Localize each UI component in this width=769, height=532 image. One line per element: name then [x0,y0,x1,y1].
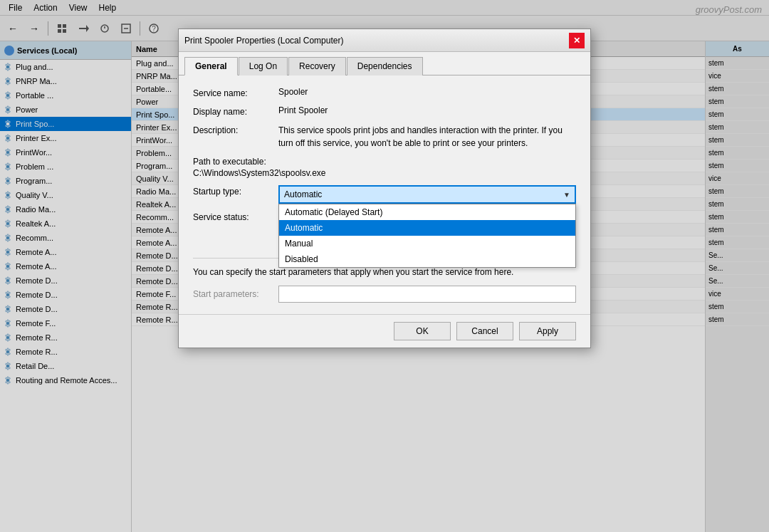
path-value: C:\Windows\System32\spoolsv.exe [193,168,576,178]
dialog-footer: OK Cancel Apply [179,314,590,348]
service-name-value: Spooler [278,87,576,97]
dialog-title: Print Spooler Properties (Local Computer… [184,36,569,46]
dropdown-arrow-icon: ▼ [563,191,570,199]
dialog-titlebar: Print Spooler Properties (Local Computer… [179,29,590,52]
params-input[interactable] [278,286,576,303]
option-disabled[interactable]: Disabled [279,251,575,267]
cancel-button[interactable]: Cancel [456,322,513,340]
startup-type-selected: Automatic [284,189,322,199]
ok-button[interactable]: OK [394,322,451,340]
service-name-row: Service name: Spooler [193,87,576,98]
display-name-row: Display name: Print Spooler [193,105,576,117]
tab-logon[interactable]: Log On [239,57,288,75]
tab-general[interactable]: General [184,57,238,75]
description-label: Description: [193,124,278,135]
dialog-close-button[interactable]: ✕ [569,33,585,48]
dialog-body: Service name: Spooler Display name: Prin… [179,75,590,314]
properties-dialog: Print Spooler Properties (Local Computer… [178,28,591,348]
option-automatic[interactable]: Automatic [279,220,575,236]
description-value: This service spools print jobs and handl… [278,124,576,150]
dialog-tabs: General Log On Recovery Dependencies [179,52,590,75]
display-name-label: Display name: [193,105,278,117]
dialog-overlay: Print Spooler Properties (Local Computer… [0,0,769,532]
description-row: Description: This service spools print j… [193,124,576,150]
option-automatic-delayed[interactable]: Automatic (Delayed Start) [279,204,575,220]
params-row: Start parameters: [193,286,576,303]
service-status-label: Service status: [193,212,278,222]
apply-button[interactable]: Apply [519,322,576,340]
tab-dependencies[interactable]: Dependencies [347,57,423,75]
startup-type-row: Startup type: Automatic ▼ Automatic (Del… [193,185,576,204]
path-section: Path to executable: C:\Windows\System32\… [193,157,576,178]
startup-type-label: Startup type: [193,185,278,197]
option-manual[interactable]: Manual [279,236,575,251]
path-label: Path to executable: [193,157,576,167]
service-name-label: Service name: [193,87,278,98]
startup-dropdown-container: Automatic ▼ Automatic (Delayed Start) Au… [278,185,576,204]
startup-dropdown-list: Automatic (Delayed Start) Automatic Manu… [278,204,576,268]
display-name-value: Print Spooler [278,105,576,115]
startup-type-dropdown[interactable]: Automatic ▼ [278,185,576,204]
tab-recovery[interactable]: Recovery [288,57,346,75]
params-label: Start parameters: [193,289,278,299]
